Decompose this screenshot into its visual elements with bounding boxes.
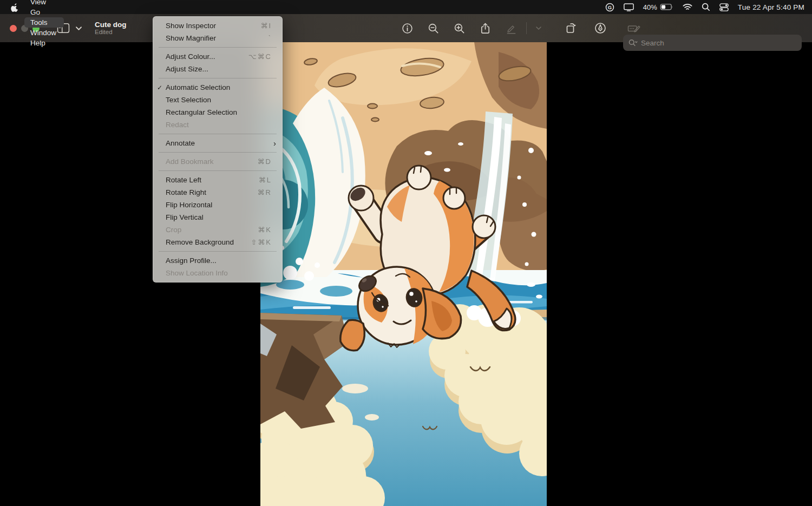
wifi-icon[interactable]	[683, 3, 692, 11]
menu-separator	[159, 170, 277, 171]
menu-item-rectangular-selection[interactable]: Rectangular Selection	[153, 106, 282, 119]
menu-item-rotate-left[interactable]: Rotate Left ⌘L	[153, 174, 282, 186]
search-input[interactable]: Search	[623, 35, 802, 51]
menu-item-assign-profile[interactable]: Assign Profile...	[153, 254, 282, 267]
menu-separator	[159, 134, 277, 134]
submenu-arrow-icon: ›	[273, 139, 276, 147]
info-icon[interactable]	[400, 21, 415, 36]
shortcut: `	[269, 34, 272, 42]
search-placeholder: Search	[641, 39, 664, 47]
apple-menu-icon[interactable]	[8, 3, 24, 12]
window-title: Cute dog	[95, 21, 127, 29]
display-mirroring-icon[interactable]	[624, 3, 634, 11]
crop-rotate-icon[interactable]	[564, 21, 579, 36]
menu-item-show-inspector[interactable]: Show Inspector ⌘I	[153, 19, 282, 32]
menu-separator	[159, 251, 277, 252]
battery-indicator[interactable]: 40%	[643, 3, 673, 11]
zoom-out-icon[interactable]	[425, 21, 441, 36]
menubar-item-go[interactable]: Go	[24, 7, 64, 17]
zoom-in-icon[interactable]	[451, 21, 467, 36]
sidebar-chevron-down-icon[interactable]	[74, 21, 83, 36]
menu-item-flip-horizontal[interactable]: Flip Horizontal	[153, 199, 282, 211]
desktop: Preview File Edit View Go Tools Window H…	[0, 0, 812, 506]
menu-item-adjust-size[interactable]: Adjust Size...	[153, 63, 282, 75]
menu-separator	[159, 152, 277, 153]
menubar-clock[interactable]: Tue 22 Apr 5:40 PM	[738, 3, 804, 11]
menu-item-adjust-colour[interactable]: Adjust Colour... ⌥⌘C	[153, 50, 282, 63]
menubar-items: Preview File Edit View Go Tools Window H…	[24, 0, 64, 48]
battery-percent: 40%	[643, 3, 657, 11]
menu-item-show-magnifier[interactable]: Show Magnifier `	[153, 32, 282, 44]
search-icon	[628, 39, 638, 47]
menubar-item-tools[interactable]: Tools	[24, 17, 64, 28]
annotate-pen-icon[interactable]	[593, 21, 608, 36]
shortcut: ⌘L	[259, 176, 272, 184]
text-box-icon[interactable]	[626, 21, 641, 36]
grammarly-icon[interactable]: G	[605, 3, 614, 12]
menubar: Preview File Edit View Go Tools Window H…	[0, 0, 812, 14]
menu-item-automatic-selection[interactable]: ✓ Automatic Selection	[153, 81, 282, 94]
menu-item-remove-background[interactable]: Remove Background ⇧⌘K	[153, 236, 282, 248]
menu-item-flip-vertical[interactable]: Flip Vertical	[153, 211, 282, 224]
menu-item-show-location-info[interactable]: Show Location Info	[153, 267, 282, 279]
control-center-icon[interactable]	[719, 3, 729, 12]
tools-menu: Show Inspector ⌘I Show Magnifier ` Adjus…	[153, 16, 283, 282]
menu-item-crop[interactable]: Crop ⌘K	[153, 224, 282, 236]
window-titlebar: Cute dog Edited	[0, 14, 812, 42]
menu-item-add-bookmark[interactable]: Add Bookmark ⌘D	[153, 155, 282, 168]
shortcut: ⌘D	[258, 157, 272, 166]
toolbar-separator	[526, 22, 527, 34]
menu-item-annotate[interactable]: Annotate ›	[153, 137, 282, 149]
menu-item-rotate-right[interactable]: Rotate Right ⌘R	[153, 186, 282, 199]
spotlight-icon[interactable]	[702, 3, 710, 11]
menubar-item-window[interactable]: Window	[24, 28, 64, 38]
menu-item-redact[interactable]: Redact	[153, 119, 282, 131]
markup-pencil-icon[interactable]	[503, 21, 519, 36]
battery-icon	[660, 4, 673, 10]
menu-separator	[159, 47, 277, 48]
shortcut: ⌘I	[260, 22, 272, 30]
checkmark: ✓	[157, 84, 166, 91]
document-canvas	[0, 42, 812, 506]
menubar-item-help[interactable]: Help	[24, 38, 64, 48]
artwork-image[interactable]	[260, 42, 547, 506]
shortcut: ⇧⌘K	[251, 238, 272, 246]
svg-text:G: G	[608, 4, 612, 10]
menu-separator	[159, 78, 277, 78]
menubar-item-view[interactable]: View	[24, 0, 64, 7]
menu-item-text-selection[interactable]: Text Selection	[153, 94, 282, 106]
share-icon[interactable]	[477, 21, 493, 36]
shortcut: ⌘R	[258, 188, 272, 196]
shortcut: ⌘K	[258, 226, 272, 234]
window-subtitle: Edited	[95, 29, 127, 36]
chevron-down-icon[interactable]	[534, 21, 543, 36]
shortcut: ⌥⌘C	[248, 52, 272, 61]
